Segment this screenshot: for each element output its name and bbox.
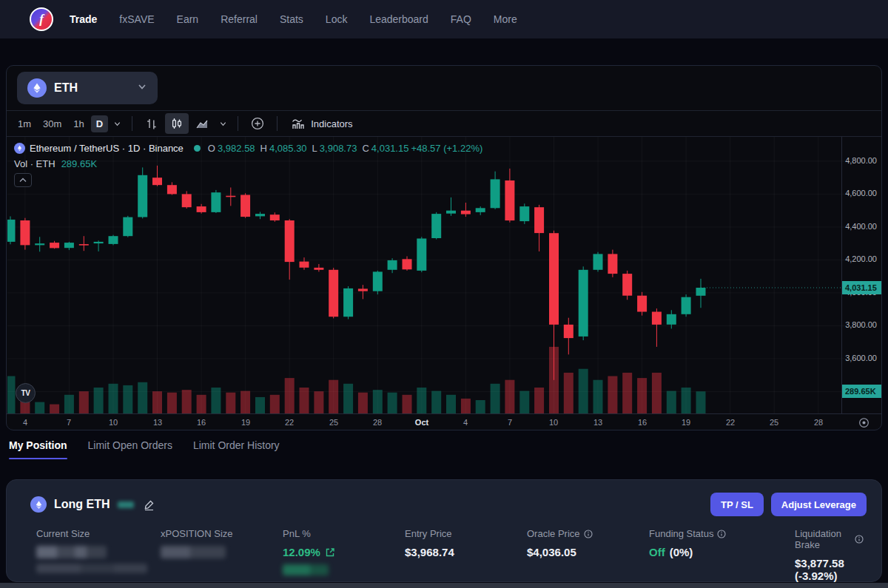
- axis-settings-icon[interactable]: [858, 417, 870, 430]
- funding-pct-value: (0%): [670, 546, 693, 558]
- info-icon[interactable]: [584, 530, 593, 538]
- nav-item-lock[interactable]: Lock: [326, 13, 348, 25]
- oracle-price-value: $4,036.05: [527, 546, 649, 558]
- nav-item-faq[interactable]: FAQ: [451, 13, 471, 25]
- tab-my-position[interactable]: My Position: [9, 439, 67, 459]
- eth-token-icon: [27, 78, 47, 98]
- position-stats-row: Current Size xPOSITION Size PnL % 12.09%…: [7, 516, 881, 582]
- nav-item-leaderboard[interactable]: Leaderboard: [369, 13, 428, 25]
- interval-1m-button[interactable]: 1m: [13, 115, 36, 132]
- edit-pencil-icon[interactable]: [143, 499, 155, 511]
- x-axis-label: Oct: [415, 418, 428, 427]
- x-axis-label: 7: [67, 418, 71, 427]
- nav-item-more[interactable]: More: [494, 13, 517, 25]
- y-axis-label: 3,600.00: [845, 354, 877, 362]
- adjust-leverage-button[interactable]: Adjust Leverage: [771, 493, 867, 516]
- nav-item-fxsave[interactable]: fxSAVE: [119, 13, 154, 25]
- x-axis-label: 28: [814, 418, 823, 427]
- stat-pnl: PnL % 12.09%: [283, 528, 405, 582]
- stat-entry-price: Entry Price $3,968.74: [405, 528, 527, 582]
- volume-legend-label[interactable]: Vol · ETH: [14, 158, 56, 169]
- y-axis-label: 3,800.00: [845, 320, 877, 329]
- current-volume-tag: 289.65K: [842, 385, 881, 398]
- x-axis-label: 13: [593, 418, 602, 427]
- interval-1d-button[interactable]: D: [91, 115, 108, 132]
- x-axis-label: 13: [153, 418, 162, 427]
- bars-chart-type-icon[interactable]: [140, 113, 164, 134]
- chart-terminal-panel: ETH 1m 30m 1h D: [6, 65, 882, 430]
- tab-limit-order-history[interactable]: Limit Order History: [193, 439, 280, 459]
- interval-30m-button[interactable]: 30m: [38, 115, 67, 132]
- time-axis[interactable]: 4710131619222528Oct4710131619222528: [7, 413, 881, 430]
- x-axis-label: 7: [508, 418, 512, 427]
- x-axis-label: 25: [770, 418, 778, 427]
- position-card: Long ETH TP / SL Adjust Leverage Current…: [6, 479, 882, 582]
- chart-type-menu-chevron-icon[interactable]: [215, 114, 230, 133]
- interval-menu-chevron-icon[interactable]: [110, 114, 124, 133]
- stat-current-size: Current Size: [36, 528, 161, 582]
- funding-status-value: Off: [649, 546, 665, 558]
- stat-oracle-price: Oracle Price $4,036.05: [527, 528, 649, 582]
- nav-item-earn[interactable]: Earn: [177, 13, 199, 25]
- stat-xposition-size: xPOSITION Size: [161, 528, 283, 582]
- ohlc-readout: O3,982.58 H4,085.30 L3,908.73 C4,031.15 …: [208, 143, 482, 154]
- app-navbar: f Trade fxSAVE Earn Referral Stats Lock …: [0, 0, 888, 38]
- leverage-value-redacted: [118, 501, 134, 508]
- market-selector-row: ETH: [7, 66, 881, 110]
- nav-item-trade[interactable]: Trade: [70, 13, 97, 25]
- current-price-tag: 4,031.15: [842, 281, 881, 294]
- nav-item-referral[interactable]: Referral: [221, 13, 258, 25]
- pnl-amount-redacted: [283, 564, 329, 575]
- high-value: 4,085.30: [269, 143, 307, 154]
- x-axis-label: 22: [726, 418, 735, 427]
- info-icon[interactable]: [717, 530, 726, 538]
- x-axis-label: 25: [329, 418, 338, 427]
- area-chart-type-icon[interactable]: [190, 113, 214, 134]
- x-axis-label: 16: [197, 418, 206, 427]
- position-title: Long ETH: [54, 498, 110, 511]
- interval-1h-button[interactable]: 1h: [68, 115, 89, 132]
- toolbar-divider: [132, 116, 132, 131]
- volume-legend-value: 289.65K: [61, 158, 97, 169]
- nav-item-stats[interactable]: Stats: [280, 13, 303, 25]
- price-axis[interactable]: 4,031.15 289.65K 4,800.004,600.004,400.0…: [841, 137, 881, 413]
- stat-funding-status: Funding Status Off (0%): [649, 528, 795, 582]
- chart-toolbar: 1m 30m 1h D Indicators: [7, 110, 881, 137]
- liquidation-value: $3,877.58 (-3.92%): [795, 557, 864, 582]
- y-axis-label: 4,200.00: [845, 254, 877, 263]
- tab-limit-open-orders[interactable]: Limit Open Orders: [88, 439, 172, 459]
- selected-market-label: ETH: [54, 81, 137, 95]
- bottom-edge-strip: [0, 583, 888, 588]
- candles-chart-type-icon[interactable]: [165, 113, 189, 134]
- symbol-title[interactable]: Ethereum / TetherUS · 1D · Binance: [30, 143, 184, 154]
- tradingview-logo[interactable]: TV: [16, 383, 36, 403]
- legend-collapse-button[interactable]: [14, 173, 32, 187]
- close-value: 4,031.15: [371, 143, 409, 154]
- open-value: 3,982.58: [218, 143, 255, 154]
- x-axis-label: 4: [463, 418, 468, 427]
- chevron-down-icon: [137, 81, 147, 95]
- x-axis-label: 22: [285, 418, 294, 427]
- brand-logo[interactable]: f: [30, 7, 53, 31]
- x-axis-label: 28: [373, 418, 382, 427]
- toolbar-divider: [277, 116, 278, 131]
- tp-sl-button[interactable]: TP / SL: [710, 493, 764, 516]
- market-select-dropdown[interactable]: ETH: [17, 72, 158, 104]
- x-axis-label: 10: [109, 418, 118, 427]
- external-link-icon[interactable]: [325, 547, 335, 558]
- info-icon[interactable]: [855, 535, 864, 544]
- candlestick-chart[interactable]: [7, 137, 851, 413]
- pnl-value: 12.09%: [283, 546, 320, 558]
- indicators-button[interactable]: Indicators: [285, 114, 358, 133]
- xposition-size-value-redacted: [161, 546, 226, 558]
- chart-legend: Ethereum / TetherUS · 1D · Binance O3,98…: [14, 143, 482, 169]
- toolbar-divider: [238, 116, 238, 131]
- x-axis-label: 4: [23, 418, 27, 427]
- compare-add-icon[interactable]: [246, 113, 269, 134]
- current-size-value-redacted: [36, 546, 107, 558]
- eth-symbol-icon: [14, 143, 25, 154]
- main-nav: Trade fxSAVE Earn Referral Stats Lock Le…: [70, 13, 517, 25]
- current-size-subvalue-redacted: [36, 564, 147, 573]
- x-axis-label: 16: [638, 418, 647, 427]
- x-axis-label: 19: [682, 418, 690, 427]
